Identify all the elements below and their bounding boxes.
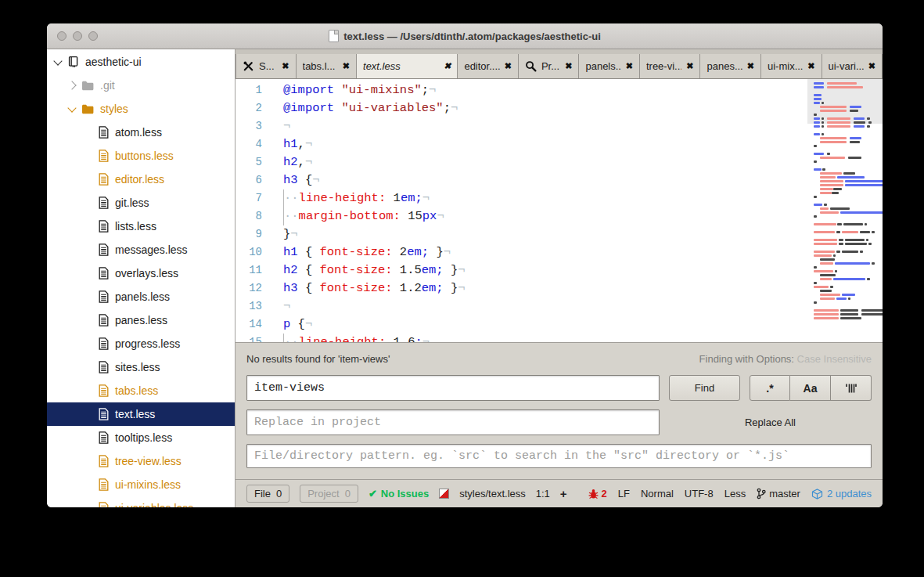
replace-input[interactable] xyxy=(246,409,660,435)
plus-icon[interactable]: + xyxy=(560,487,567,500)
code-line-11[interactable]: 11h2 { font-size: 1.5em; }¬ xyxy=(235,261,807,279)
selection-option-button[interactable] xyxy=(831,375,872,401)
close-tab-icon[interactable]: ✖ xyxy=(868,61,875,71)
code-line-12[interactable]: 12h3 { font-size: 1.2em; }¬ xyxy=(235,279,807,298)
code-line-3[interactable]: 3¬ xyxy=(235,117,807,135)
file-icon xyxy=(99,150,109,162)
updates-status[interactable]: 2 updates xyxy=(811,488,872,499)
close-tab-icon[interactable]: ✖ xyxy=(444,61,451,71)
line-code: h1 { font-size: 2em; }¬ xyxy=(262,243,451,261)
tree-item-label: progress.less xyxy=(115,337,180,350)
close-tab-icon[interactable]: ✖ xyxy=(565,61,572,71)
find-input[interactable] xyxy=(246,375,660,401)
tree-item-styles[interactable]: styles xyxy=(47,97,235,121)
close-tab-icon[interactable]: ✖ xyxy=(747,61,754,71)
code-line-2[interactable]: 2@import "ui-variables";¬ xyxy=(235,99,807,117)
minimap[interactable] xyxy=(807,79,883,342)
cursor-position[interactable]: 1:1 xyxy=(536,488,550,499)
tree-item-editor-less[interactable]: editor.less xyxy=(47,168,235,191)
line-ending-indicator[interactable]: LF xyxy=(618,488,630,499)
replace-all-button[interactable]: Replace All xyxy=(669,417,872,428)
tree-item-tree-view-less[interactable]: tree-view.less xyxy=(47,449,235,473)
line-code: ··margin-bottom: 15px¬ xyxy=(262,207,444,225)
case-option-button[interactable]: Aa xyxy=(790,375,831,401)
tree-item-atom-less[interactable]: atom.less xyxy=(47,121,235,144)
project-issues-button[interactable]: Project 0 xyxy=(300,485,358,503)
encoding-indicator[interactable]: UTF-8 xyxy=(685,488,714,499)
tab-label: Pr... xyxy=(541,60,559,72)
chevron-right-icon[interactable] xyxy=(67,81,76,89)
grammar-indicator[interactable]: Less xyxy=(724,488,746,499)
tab-panels-[interactable]: panels...✖ xyxy=(579,54,640,78)
chevron-down-icon[interactable] xyxy=(67,103,76,112)
code-line-9[interactable]: 9}¬ xyxy=(235,225,807,243)
close-tab-icon[interactable]: ✖ xyxy=(505,61,512,71)
code-line-15[interactable]: 15··line-height: 1.6;¬ xyxy=(235,334,807,342)
tree-item-messages-less[interactable]: messages.less xyxy=(47,238,235,261)
tree-item--git[interactable]: .git xyxy=(47,74,235,97)
tab-label: ui-vari... xyxy=(829,60,864,72)
file-icon xyxy=(99,243,109,256)
tree-item-text-less[interactable]: text.less xyxy=(47,402,235,426)
current-file-path[interactable]: styles/text.less xyxy=(459,488,526,499)
file-issues-button[interactable]: File 0 xyxy=(246,485,289,503)
tree-item-progress-less[interactable]: progress.less xyxy=(47,332,235,355)
tab-ui-vari-[interactable]: ui-vari...✖ xyxy=(822,54,883,78)
editor[interactable]: 1@import "ui-mixins";¬2@import "ui-varia… xyxy=(235,79,883,342)
tree-item-ui-variables-less[interactable]: ui-variables.less xyxy=(47,496,235,507)
tab-tree-vi-[interactable]: tree-vi...✖ xyxy=(640,54,701,78)
tree-item-ui-mixins-less[interactable]: ui-mixins.less xyxy=(47,473,235,496)
tab-tabs-l-[interactable]: tabs.l...✖ xyxy=(297,54,358,78)
code-line-8[interactable]: 8··margin-bottom: 15px¬ xyxy=(235,207,807,225)
tree-item-tooltips-less[interactable]: tooltips.less xyxy=(47,426,235,449)
code-line-10[interactable]: 10h1 { font-size: 2em; }¬ xyxy=(235,243,807,261)
tree-item-buttons-less[interactable]: buttons.less xyxy=(47,144,235,168)
tree-item-tabs-less[interactable]: tabs.less xyxy=(47,379,235,402)
tree-item-sites-less[interactable]: sites.less xyxy=(47,355,235,379)
bug-status[interactable]: 2 xyxy=(588,488,607,499)
tree-view: aesthetic-ui .git styles atom.less butto… xyxy=(47,49,235,507)
find-options-value: Case Insensitive xyxy=(797,353,872,365)
line-number: 9 xyxy=(235,225,262,243)
close-tab-icon[interactable]: ✖ xyxy=(626,61,633,71)
code-area[interactable]: 1@import "ui-mixins";¬2@import "ui-varia… xyxy=(235,79,807,342)
close-window-button[interactable] xyxy=(57,31,67,41)
mode-indicator[interactable]: Normal xyxy=(641,488,674,499)
code-line-7[interactable]: 7··line-height: 1em;¬ xyxy=(235,189,807,207)
linter-icon[interactable] xyxy=(439,489,449,499)
tab-ui-mix-[interactable]: ui-mix...✖ xyxy=(761,54,822,78)
chevron-down-icon[interactable] xyxy=(53,56,62,65)
zoom-window-button[interactable] xyxy=(88,31,98,41)
folder-icon xyxy=(81,104,94,114)
tree-item-lists-less[interactable]: lists.less xyxy=(47,215,235,238)
tab-Pr-[interactable]: Pr...✖ xyxy=(519,54,580,78)
code-line-6[interactable]: 6h3 {¬ xyxy=(235,171,807,189)
close-tab-icon[interactable]: ✖ xyxy=(282,61,289,71)
tree-item-panes-less[interactable]: panes.less xyxy=(47,308,235,332)
tree-item-aesthetic-ui[interactable]: aesthetic-ui xyxy=(47,50,235,74)
find-button[interactable]: Find xyxy=(669,375,740,401)
path-pattern-input[interactable] xyxy=(246,444,872,468)
tree-item-git-less[interactable]: git.less xyxy=(47,191,235,215)
tree-item-label: panes.less xyxy=(115,314,167,326)
close-tab-icon[interactable]: ✖ xyxy=(686,61,693,71)
no-issues-status[interactable]: ✔ No Issues xyxy=(369,488,429,499)
tab-S-[interactable]: S...✖ xyxy=(235,54,297,78)
close-tab-icon[interactable]: ✖ xyxy=(807,61,814,71)
regex-option-button[interactable]: .* xyxy=(750,375,790,401)
minimize-window-button[interactable] xyxy=(73,31,82,41)
code-line-5[interactable]: 5h2,¬ xyxy=(235,153,807,171)
git-branch-status[interactable]: master xyxy=(757,488,800,499)
code-line-4[interactable]: 4h1,¬ xyxy=(235,135,807,153)
tab-editor-[interactable]: editor....✖ xyxy=(458,54,519,78)
tab-text-less[interactable]: text.less✖ xyxy=(357,54,458,78)
tree-item-overlays-less[interactable]: overlays.less xyxy=(47,261,235,285)
line-number: 7 xyxy=(235,189,262,207)
close-tab-icon[interactable]: ✖ xyxy=(343,61,350,71)
code-line-13[interactable]: 13¬ xyxy=(235,298,807,316)
tree-item-panels-less[interactable]: panels.less xyxy=(47,285,235,308)
code-line-14[interactable]: 14p {¬ xyxy=(235,316,807,334)
tab-panes-[interactable]: panes...✖ xyxy=(700,54,761,78)
tree-item-label: tooltips.less xyxy=(115,431,172,444)
code-line-1[interactable]: 1@import "ui-mixins";¬ xyxy=(235,81,807,99)
